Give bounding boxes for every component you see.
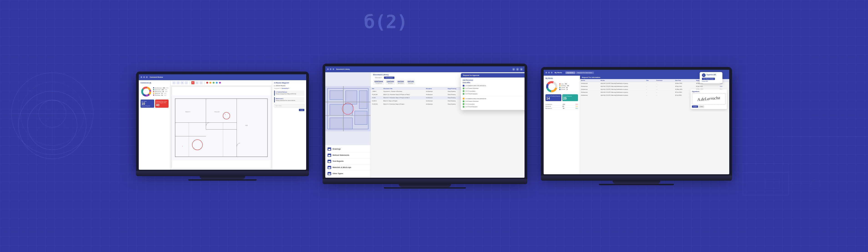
legend-dot xyxy=(153,93,154,94)
signature-box: Signature A.deLarrocha Accept Clear xyxy=(690,89,727,109)
legend-item-late: Late185 xyxy=(559,83,569,84)
cell-discipline: Architecture xyxy=(426,91,447,92)
set-report-btn[interactable]: Set Report Mode xyxy=(702,78,715,80)
nav-icon-bars xyxy=(328,173,331,174)
td-file[interactable]: View xyxy=(719,85,729,88)
screen-1-title: Comment Review xyxy=(150,76,304,78)
sidebar-info: Architecture25634% Structural14523% Mech… xyxy=(546,103,578,110)
toolbar-btn-1[interactable]: ← xyxy=(173,81,176,84)
popup-dot xyxy=(463,90,464,92)
cell-title: Block E-F: Protection Steps of Project a… xyxy=(383,97,425,98)
screen-1-body: Comments (3) xyxy=(139,80,306,170)
stat-num-struct: 100/200 xyxy=(387,80,394,83)
toolbar-divider xyxy=(189,81,190,84)
user-popover: U Superiol SID Set Report Mode Close RFI xyxy=(700,72,722,83)
td-title: ... xyxy=(645,85,655,88)
legend-item-review: Review76 xyxy=(559,88,569,90)
legend-dot xyxy=(153,87,154,88)
drawing-canvas: Room A Room B Hall ⚠ ⚠ xyxy=(172,86,271,169)
toolbar-pen[interactable]: ✎ xyxy=(191,81,194,84)
laptop-1-stand xyxy=(200,176,245,179)
legend-dot-pending xyxy=(559,85,560,86)
popup-item-5: 3.2.0iAMSFC0-RFA-CIN-0000X35-02 xyxy=(463,97,525,100)
comment-text-2: Please duplicate this note at whole... xyxy=(276,100,304,102)
color-blue[interactable] xyxy=(216,82,218,84)
popup-item-4: 3.2.5 Final Evaluation xyxy=(463,93,525,95)
nav-icon-bars xyxy=(328,167,331,168)
close-rfi-link[interactable]: Close RFI xyxy=(702,81,720,82)
nav-drawings[interactable]: Drawings xyxy=(325,146,371,152)
svg-text:Room B: Room B xyxy=(215,111,219,112)
tab-my-works[interactable]: My Works xyxy=(565,72,575,74)
reply-placeholder: Type a reply... xyxy=(275,105,303,106)
tab-documents[interactable]: Documents xyxy=(384,77,395,79)
toolbar-circle[interactable]: ○ xyxy=(199,81,203,84)
popup-item-label: 3.2.3 Consultation xyxy=(465,91,475,92)
col-discipline: Discipline xyxy=(426,88,447,89)
sign-clear-btn[interactable]: Clear xyxy=(699,105,704,108)
tab-information[interactable]: Information xyxy=(373,77,383,79)
cell-discipline: Architecture xyxy=(426,100,447,102)
nav-other-types[interactable]: Other Types xyxy=(325,171,371,177)
cell-ref: R-202 BA xyxy=(372,94,382,95)
nav-materials[interactable]: Materials & Mock-ups xyxy=(325,165,371,171)
donut-container: Architecture25634% Structural14523% Mech… xyxy=(141,86,168,97)
color-green[interactable] xyxy=(213,82,215,84)
screen-1-app: Comment Review Comments (3) xyxy=(139,74,306,170)
nav-materials-label: Materials & Mock-ups xyxy=(333,166,351,168)
nav-other-label: Other Types xyxy=(333,173,343,175)
laptop-2-foot xyxy=(384,187,466,189)
topbar-icon-3[interactable]: ● xyxy=(520,68,523,71)
comment-text-1: Please change from 4Hg to NTCCS1 xyxy=(276,93,304,95)
legend-item-closed: Closed98 xyxy=(559,87,569,88)
color-purple[interactable] xyxy=(219,82,221,84)
nav-icon-bars xyxy=(328,155,331,155)
send-button[interactable]: Send xyxy=(299,109,304,111)
popup-item-label: 3.2.3 Consultant xyxy=(465,103,474,105)
topbar-icon-2[interactable]: ● xyxy=(516,68,519,71)
popover-header: U Superiol SID xyxy=(702,73,720,77)
td-date-sent: 30 Apr 2021 xyxy=(674,85,695,88)
laptop-1: Comment Review Comments (3) xyxy=(136,72,309,181)
reply-actions: Send xyxy=(274,109,304,111)
sidebar-donut: Late185 Pending145 Closed98 xyxy=(546,80,578,93)
laptop-3-bezel: U Superiol SID Set Report Mode Close RFI… xyxy=(541,67,732,176)
cell-title: Block C-D: Protection Steps of Project a… xyxy=(383,94,425,95)
sign-accept-btn[interactable]: Accept xyxy=(692,105,698,108)
topbar-dot-1 xyxy=(546,72,547,73)
td-rfi: Add #0x CYA WT1 Warming Notification to … xyxy=(599,91,645,94)
toolbar-btn-4[interactable]: - xyxy=(185,81,188,84)
screen-1-main: ← → + - ✎ □ ○ xyxy=(170,80,272,170)
popup-item-3: 3.2.3 Consultation xyxy=(463,90,525,93)
comment-user-1: S. Submit Review xyxy=(276,92,304,93)
topbar-dot-2 xyxy=(548,72,550,73)
main-scene: Comment Review Comments (3) xyxy=(0,0,868,252)
drawing-content-area: Room A Room B Hall ⚠ ⚠ xyxy=(170,86,272,170)
floor-plan-svg: Room A Room B Hall ⚠ ⚠ xyxy=(172,87,271,169)
topbar-dot-3 xyxy=(333,68,334,70)
assigned-label: Assigned To: Somebody T. xyxy=(274,88,304,89)
cell-discipline: Architecture xyxy=(426,94,447,95)
popup-title: Request for Approval xyxy=(463,75,479,76)
stat-structure: 100/200 Structure xyxy=(385,80,396,85)
nav-method-statements[interactable]: Method Statements xyxy=(325,152,371,158)
color-orange[interactable] xyxy=(210,82,211,84)
td-date-sent: 28 Mar 2021 xyxy=(674,82,695,85)
sidebar-comments-title: Comments (3) xyxy=(141,82,168,84)
doc-library-nav: Drawings Method Statements xyxy=(325,145,371,178)
toolbar-btn-3[interactable]: + xyxy=(181,81,184,84)
td-title: ... xyxy=(645,82,655,85)
toolbar-square[interactable]: □ xyxy=(195,81,198,84)
svg-rect-40 xyxy=(359,91,367,109)
tab-rfi[interactable]: Request For Information xyxy=(576,72,594,74)
legend-dot-late xyxy=(559,83,560,84)
laptop-2-stand xyxy=(399,184,451,187)
nav-test-reports[interactable]: Test Reports xyxy=(325,158,371,165)
svg-rect-38 xyxy=(330,91,343,100)
reply-box[interactable]: Type a reply... xyxy=(274,104,304,107)
toolbar-btn-2[interactable]: → xyxy=(177,81,180,84)
color-red[interactable] xyxy=(206,82,208,84)
popup-item-2: 3.2.8 Submit Document xyxy=(463,87,525,90)
topbar-icon-1[interactable]: ● xyxy=(512,68,515,71)
user-name: Superiol SID xyxy=(707,74,716,75)
